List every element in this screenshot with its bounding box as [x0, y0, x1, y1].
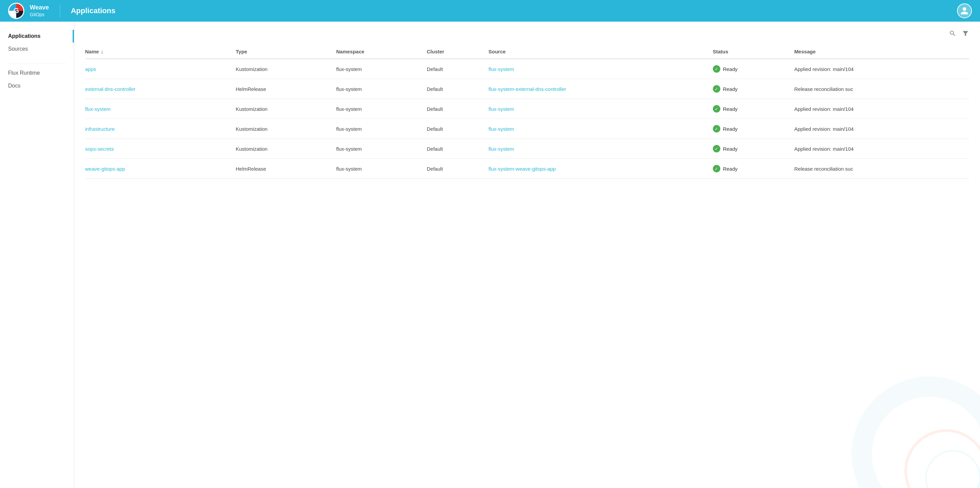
sidebar-item-docs[interactable]: Docs — [0, 80, 74, 92]
sidebar-section-flux: Flux Runtime Docs — [0, 67, 74, 92]
cell-source-0[interactable]: flux-system — [488, 59, 713, 79]
cell-namespace-4: flux-system — [336, 139, 427, 159]
cell-namespace-1: flux-system — [336, 79, 427, 99]
cell-name-1[interactable]: external-dns-controller — [85, 79, 236, 99]
sidebar-item-label-sources: Sources — [8, 46, 28, 52]
status-label: Ready — [723, 166, 738, 172]
cell-type-2: Kustomization — [236, 99, 336, 119]
sidebar-divider — [8, 64, 66, 64]
cell-type-1: HelmRelease — [236, 79, 336, 99]
logo-letter: G — [13, 6, 19, 15]
status-label: Ready — [723, 66, 738, 72]
brand-gitops: GitOps — [30, 12, 45, 17]
main-content: Name ↓ Type Namespace Cluster Source Sta… — [74, 22, 980, 488]
cell-name-2[interactable]: flux-system — [85, 99, 236, 119]
cell-name-5[interactable]: weave-gitops-app — [85, 159, 236, 179]
cell-message-5: Release reconciliation suc — [794, 159, 969, 179]
cell-cluster-3: Default — [427, 119, 488, 139]
status-label: Ready — [723, 86, 738, 92]
status-check-icon: ✓ — [713, 105, 720, 113]
cell-namespace-0: flux-system — [336, 59, 427, 79]
cell-cluster-5: Default — [427, 159, 488, 179]
status-check-icon: ✓ — [713, 165, 720, 172]
cell-source-3[interactable]: flux-system — [488, 119, 713, 139]
cell-message-1: Release reconciliation suc — [794, 79, 969, 99]
svg-point-1 — [906, 431, 980, 488]
cell-cluster-1: Default — [427, 79, 488, 99]
cell-status-5: ✓ Ready — [713, 159, 794, 179]
header-brand: G Weave GitOps Applications — [8, 3, 116, 19]
sidebar: Applications Sources Flux Runtime Docs — [0, 22, 74, 488]
app-header: G Weave GitOps Applications — [0, 0, 980, 22]
cell-namespace-5: flux-system — [336, 159, 427, 179]
cell-source-2[interactable]: flux-system — [488, 99, 713, 119]
cell-cluster-4: Default — [427, 139, 488, 159]
status-label: Ready — [723, 126, 738, 132]
table-header: Name ↓ Type Namespace Cluster Source Sta… — [85, 45, 969, 59]
cell-name-4[interactable]: sops-secrets — [85, 139, 236, 159]
background-decoration — [811, 353, 980, 488]
cell-namespace-2: flux-system — [336, 99, 427, 119]
table-header-row: Name ↓ Type Namespace Cluster Source Sta… — [85, 45, 969, 59]
brand-text: Weave GitOps — [30, 4, 49, 18]
applications-table: Name ↓ Type Namespace Cluster Source Sta… — [85, 45, 969, 179]
svg-point-0 — [862, 387, 980, 488]
cell-source-5[interactable]: flux-system-weave-gitops-app — [488, 159, 713, 179]
col-message: Message — [794, 45, 969, 59]
header-divider — [60, 4, 60, 18]
col-type: Type — [236, 45, 336, 59]
col-cluster: Cluster — [427, 45, 488, 59]
cell-source-1[interactable]: flux-system-external-dns-controller — [488, 79, 713, 99]
filter-icon[interactable] — [962, 30, 969, 39]
cell-source-4[interactable]: flux-system — [488, 139, 713, 159]
table-row: external-dns-controller HelmRelease flux… — [85, 79, 969, 99]
cell-cluster-2: Default — [427, 99, 488, 119]
sidebar-section-apps: Applications Sources — [0, 30, 74, 56]
sidebar-item-label-flux-runtime: Flux Runtime — [8, 70, 40, 76]
cell-message-0: Applied revision: main/104 — [794, 59, 969, 79]
col-namespace: Namespace — [336, 45, 427, 59]
col-source: Source — [488, 45, 713, 59]
status-label: Ready — [723, 106, 738, 112]
cell-message-4: Applied revision: main/104 — [794, 139, 969, 159]
cell-type-5: HelmRelease — [236, 159, 336, 179]
sidebar-item-label-docs: Docs — [8, 83, 20, 89]
brand-logo: G — [8, 3, 24, 19]
sidebar-item-sources[interactable]: Sources — [0, 43, 74, 56]
status-check-icon: ✓ — [713, 125, 720, 132]
cell-status-4: ✓ Ready — [713, 139, 794, 159]
table-row: apps Kustomization flux-system Default f… — [85, 59, 969, 79]
cell-type-4: Kustomization — [236, 139, 336, 159]
cell-status-0: ✓ Ready — [713, 59, 794, 79]
cell-message-3: Applied revision: main/104 — [794, 119, 969, 139]
sidebar-item-applications[interactable]: Applications — [0, 30, 74, 43]
brand-weave: Weave — [30, 4, 49, 11]
cell-status-2: ✓ Ready — [713, 99, 794, 119]
status-check-icon: ✓ — [713, 85, 720, 92]
col-status: Status — [713, 45, 794, 59]
page-title: Applications — [71, 6, 116, 15]
svg-point-2 — [926, 451, 980, 488]
cell-name-0[interactable]: apps — [85, 59, 236, 79]
cell-status-1: ✓ Ready — [713, 79, 794, 99]
table-row: flux-system Kustomization flux-system De… — [85, 99, 969, 119]
status-label: Ready — [723, 146, 738, 152]
sidebar-item-flux-runtime[interactable]: Flux Runtime — [0, 67, 74, 80]
col-name[interactable]: Name ↓ — [85, 45, 236, 59]
sidebar-item-label-applications: Applications — [8, 33, 41, 39]
cell-type-3: Kustomization — [236, 119, 336, 139]
cell-status-3: ✓ Ready — [713, 119, 794, 139]
table-row: sops-secrets Kustomization flux-system D… — [85, 139, 969, 159]
cell-message-2: Applied revision: main/104 — [794, 99, 969, 119]
cell-cluster-0: Default — [427, 59, 488, 79]
user-avatar[interactable] — [957, 3, 972, 18]
sort-arrow-icon: ↓ — [101, 49, 103, 54]
table-row: infrastructure Kustomization flux-system… — [85, 119, 969, 139]
table-row: weave-gitops-app HelmRelease flux-system… — [85, 159, 969, 179]
search-icon[interactable] — [949, 30, 956, 39]
status-check-icon: ✓ — [713, 145, 720, 152]
app-layout: Applications Sources Flux Runtime Docs — [0, 22, 980, 488]
cell-name-3[interactable]: infrastructure — [85, 119, 236, 139]
cell-type-0: Kustomization — [236, 59, 336, 79]
toolbar — [85, 30, 969, 39]
